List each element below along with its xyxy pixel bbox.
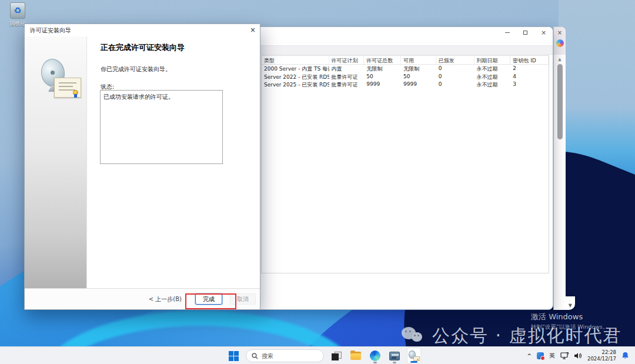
wizard-title: 许可证安装向导 <box>25 26 71 35</box>
running-indicator <box>393 362 396 363</box>
cell-expiry: 永不过期 <box>474 73 511 81</box>
cell-issued: 0 <box>436 73 474 81</box>
status-box: 已成功安装请求的许可证。 <box>100 90 223 164</box>
notification-bell-icon[interactable] <box>621 352 629 360</box>
rd-window-toolbar <box>256 45 553 55</box>
table-row[interactable]: Server 2025 - 已安装 RDS ... 批量许可证 9999 999… <box>262 81 549 89</box>
search-input[interactable] <box>262 353 315 359</box>
wizard-content: 正在完成许可证安装向导 你已完成许可证安装向导。 状态: 已成功安装请求的许可证… <box>87 36 260 289</box>
wizard-side-panel <box>25 36 87 289</box>
watermark-line1: 激活 Windows <box>531 312 608 322</box>
wizard-footer: < 上一步(B) 完成 取消 <box>25 288 260 309</box>
file-explorer-icon <box>350 352 361 360</box>
cell-issued: 0 <box>436 65 474 73</box>
cell-keypack-id: 2 <box>510 65 549 73</box>
wechat-banner: 公众号 · 虚拟化时代君 <box>402 324 622 348</box>
license-install-wizard-dialog: 许可证安装向导 × 正在完成许可证安装向导 你已完成许可证安装向导。 状态: <box>24 24 260 310</box>
ime-indicator[interactable]: 英 <box>549 352 555 360</box>
taskbar-search[interactable] <box>246 349 324 362</box>
tray-expand-icon[interactable]: ^ <box>527 353 532 359</box>
cell-total: 50 <box>364 73 401 81</box>
column-header[interactable]: 可用 <box>401 56 436 64</box>
tray-date: 2024/12/17 <box>587 356 616 362</box>
desktop-screen: ♻ 回收站 激活 Windows 转到“设置”以激活 Windows。 公众号 … <box>0 0 635 364</box>
recycle-glyph: ♻ <box>14 6 21 15</box>
close-icon[interactable]: × <box>557 29 562 36</box>
cell-expiry: 永不过期 <box>474 65 511 73</box>
edge-button[interactable] <box>368 348 382 364</box>
wizard-titlebar[interactable]: 许可证安装向导 × <box>25 24 260 36</box>
column-header[interactable]: 密钥包 ID <box>510 56 549 64</box>
scrollbar-thumb[interactable] <box>557 64 563 139</box>
cell-type: 2000 Server - 内置 TS 每设... <box>262 65 329 73</box>
task-view-icon <box>332 352 342 360</box>
table-row[interactable]: Server 2022 - 已安装 RDS ... 批量许可证 50 50 0 … <box>262 73 549 81</box>
close-icon[interactable]: × <box>248 25 258 35</box>
active-indicator <box>410 361 417 363</box>
maximize-button[interactable] <box>516 27 534 38</box>
rd-licensing-manager-window: × 类型 许可证计划 许可证总数 可用 已颁发 到期日期 密钥包 ID 2000… <box>255 26 553 310</box>
rd-window-titlebar[interactable]: × <box>256 27 553 38</box>
minimize-button[interactable] <box>498 27 516 38</box>
close-icon: × <box>541 29 546 36</box>
rd-licensing-icon <box>409 350 420 361</box>
wizard-certificate-illustration <box>38 59 79 100</box>
cell-total: 无限制 <box>364 65 401 73</box>
tray-clock[interactable]: 22:28 2024/12/17 <box>587 349 616 362</box>
scroll-down-icon[interactable]: ▼ <box>569 303 572 308</box>
wizard-completion-text: 你已完成许可证安装向导。 <box>101 65 171 74</box>
rd-window-menubar <box>256 38 553 45</box>
cell-type: Server 2022 - 已安装 RDS ... <box>262 73 329 81</box>
table-row[interactable]: 2000 Server - 内置 TS 每设... 内置 无限制 无限制 0 永… <box>262 65 549 73</box>
column-header[interactable]: 许可证总数 <box>364 56 401 64</box>
server-manager-button[interactable] <box>387 348 402 364</box>
license-table-header: 类型 许可证计划 许可证总数 可用 已颁发 到期日期 密钥包 ID <box>262 56 549 65</box>
cell-issued: 0 <box>436 81 474 89</box>
certificate-icon <box>54 78 81 98</box>
column-header[interactable]: 许可证计划 <box>329 56 365 64</box>
cell-type: Server 2025 - 已安装 RDS ... <box>262 81 329 89</box>
recycle-bin-icon[interactable]: ♻ <box>10 2 25 19</box>
cell-plan: 批量许可证 <box>329 81 365 89</box>
tray-time: 22:28 <box>587 349 616 356</box>
maximize-icon <box>523 31 527 35</box>
server-manager-icon <box>389 352 400 360</box>
status-message: 已成功安装请求的许可证。 <box>103 93 219 101</box>
cell-available: 9999 <box>401 81 436 89</box>
wechat-banner-text: 公众号 · 虚拟化时代君 <box>432 324 622 348</box>
edge-icon <box>370 350 380 361</box>
windows-logo-icon <box>229 351 239 361</box>
cell-plan: 批量许可证 <box>329 73 365 81</box>
search-icon <box>252 353 258 359</box>
tray-status-icon[interactable] <box>537 352 544 359</box>
finish-button[interactable]: 完成 <box>195 293 222 305</box>
rd-licensing-manager-button[interactable] <box>407 348 421 364</box>
minimize-icon <box>505 32 510 33</box>
license-table: 类型 许可证计划 许可证总数 可用 已颁发 到期日期 密钥包 ID 2000 S… <box>261 55 549 273</box>
taskbar: ^ 英 22:28 2024/12/17 <box>0 346 635 364</box>
cell-available: 50 <box>401 73 436 81</box>
cancel-button[interactable]: 取消 <box>230 293 256 305</box>
volume-icon[interactable] <box>574 352 582 359</box>
column-header[interactable]: 已颁发 <box>436 56 474 64</box>
cell-plan: 内置 <box>329 65 365 73</box>
start-button[interactable] <box>226 349 240 363</box>
wechat-icon <box>402 327 426 346</box>
scroll-up-icon[interactable]: ▲ <box>554 57 566 62</box>
background-side-window: × ▲ <box>553 26 566 310</box>
running-indicator <box>373 362 377 363</box>
cell-keypack-id: 3 <box>510 81 549 89</box>
column-header[interactable]: 类型 <box>262 56 329 64</box>
cell-expiry: 永不过期 <box>474 81 511 89</box>
copilot-icon[interactable] <box>556 39 564 47</box>
cell-total: 9999 <box>364 81 401 89</box>
task-view-button[interactable] <box>329 348 343 364</box>
back-button[interactable]: < 上一步(B) <box>143 293 188 305</box>
cell-keypack-id: 4 <box>510 73 549 81</box>
file-explorer-button[interactable] <box>349 348 363 364</box>
cell-available: 无限制 <box>401 65 436 73</box>
column-header[interactable]: 到期日期 <box>474 56 511 64</box>
network-icon[interactable] <box>560 352 569 359</box>
wizard-heading: 正在完成许可证安装向导 <box>101 42 185 53</box>
close-button[interactable]: × <box>534 27 553 38</box>
